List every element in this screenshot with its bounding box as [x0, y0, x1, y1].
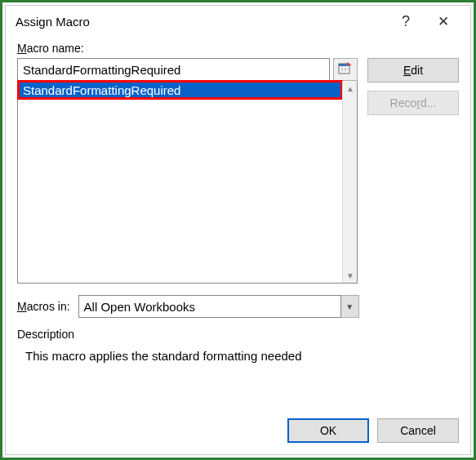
- macro-name-input[interactable]: [17, 58, 330, 81]
- description-label: Description: [17, 328, 459, 341]
- description-text: This macro applies the standard formatti…: [25, 349, 459, 363]
- close-icon: ✕: [438, 13, 449, 30]
- titlebar: Assign Macro ? ✕: [6, 6, 470, 37]
- macros-in-select[interactable]: All Open Workbooks ▼: [78, 295, 359, 318]
- help-icon: ?: [402, 13, 410, 30]
- spreadsheet-icon: [338, 61, 353, 78]
- edit-button[interactable]: Edit: [367, 58, 459, 83]
- chevron-down-icon: ▼: [345, 302, 354, 311]
- window-title: Assign Macro: [16, 15, 90, 29]
- assign-macro-dialog: Assign Macro ? ✕ Macro name: StandardFo: [5, 5, 471, 455]
- help-button[interactable]: ?: [387, 8, 425, 34]
- list-item[interactable]: StandardFormattingRequired: [18, 81, 342, 99]
- macro-list[interactable]: StandardFormattingRequired ▲ ▼: [17, 81, 358, 284]
- chevron-up-icon: ▲: [343, 81, 358, 96]
- ok-button[interactable]: OK: [287, 418, 369, 443]
- record-button: Record...: [367, 91, 459, 115]
- macro-name-label: Macro name:: [17, 42, 459, 55]
- scrollbar[interactable]: ▲ ▼: [342, 81, 357, 283]
- reference-button[interactable]: [333, 58, 358, 81]
- macros-in-label: Macros in:: [17, 300, 70, 313]
- chevron-down-icon: ▼: [343, 268, 358, 283]
- close-button[interactable]: ✕: [425, 8, 462, 34]
- macros-in-value: All Open Workbooks: [84, 300, 195, 314]
- cancel-button[interactable]: Cancel: [377, 418, 459, 443]
- list-item-label: StandardFormattingRequired: [23, 83, 180, 97]
